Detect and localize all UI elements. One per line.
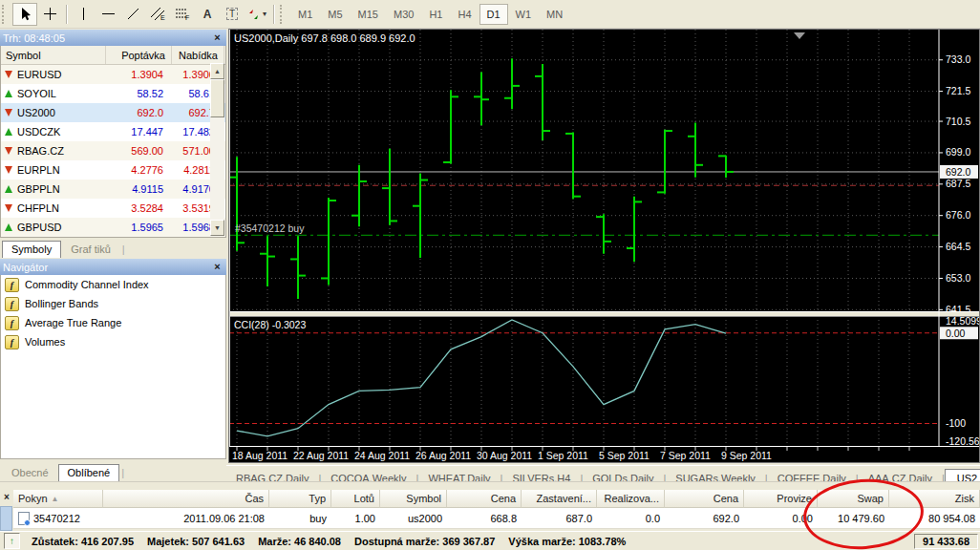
timeframe-m30-button[interactable]: M30 xyxy=(386,4,421,25)
scrollbar-thumb[interactable] xyxy=(210,79,224,117)
indicator-name: Bollinger Bands xyxy=(25,298,98,309)
terminal-column-symbol[interactable]: Symbol xyxy=(380,490,447,508)
scroll-down-icon[interactable]: ▼ xyxy=(210,220,224,236)
symbol-row-chfpln[interactable]: CHFPLN3.52843.5319 xyxy=(1,199,225,218)
terminal-column-zastaven[interactable]: Zastavení... xyxy=(522,490,597,508)
column-ask[interactable]: Nabídka xyxy=(172,46,224,64)
timeframe-h1-button[interactable]: H1 xyxy=(421,4,450,25)
toolbar-drag-handle[interactable] xyxy=(2,5,9,24)
order-cell-as: 2011.09.06 21:08 xyxy=(103,508,269,528)
timeframe-mn-button[interactable]: MN xyxy=(539,4,570,25)
symbol-row-usdczk[interactable]: USDCZK17.44717.482 xyxy=(1,122,225,141)
indicator-icon: f xyxy=(5,335,19,349)
svg-text:721.5: 721.5 xyxy=(946,85,970,96)
close-icon[interactable]: × xyxy=(1,491,12,502)
symbol-name: GBPPLN xyxy=(17,183,60,195)
order-cell-zisk: 80 954.08 xyxy=(889,508,980,528)
market-watch-titlebar[interactable]: Trh: 08:48:05 × xyxy=(0,30,226,46)
timeframe-d1-button[interactable]: D1 xyxy=(479,4,508,25)
down-arrow-icon xyxy=(5,204,12,212)
drawing-tools-group: EFAT▾ xyxy=(12,3,269,26)
fibonacci-tool-button[interactable]: F xyxy=(170,3,195,26)
symbol-cell: RBAG.CZ xyxy=(1,145,104,157)
symbol-row-soyoil[interactable]: SOYOIL58.5258.61 xyxy=(1,84,225,103)
down-arrow-icon xyxy=(5,166,12,174)
terminal-column-typ[interactable]: Typ xyxy=(269,490,331,508)
symbol-cell: CHFPLN xyxy=(1,202,104,214)
order-row[interactable]: 354702122011.09.06 21:08buy1.00us2000668… xyxy=(13,508,980,529)
navigator-item-commodity-channel-index[interactable]: fCommodity Channel Index xyxy=(1,275,225,294)
timeframe-h4-button[interactable]: H4 xyxy=(450,4,479,25)
column-symbol[interactable]: Symbol xyxy=(1,46,106,64)
indicator-icon: f xyxy=(5,278,19,292)
symbol-list: EURUSD1.39041.3906SOYOIL58.5258.61US2000… xyxy=(1,65,225,237)
navigator-item-volumes[interactable]: fVolumes xyxy=(1,332,225,351)
market-watch-tab-1[interactable]: Symboly xyxy=(2,241,61,258)
navigator-item-average-true-range[interactable]: fAverage True Range xyxy=(1,313,225,332)
cci-level-label: -100 xyxy=(946,417,966,429)
close-icon[interactable]: × xyxy=(211,261,224,273)
timeframe-group: M1M5M15M30H1H4D1W1MN xyxy=(290,4,570,25)
timeframe-m15-button[interactable]: M15 xyxy=(351,4,386,25)
down-arrow-icon xyxy=(5,109,12,116)
navigator-tab-2[interactable]: Oblíbené xyxy=(58,464,120,481)
text-tool-button[interactable]: A xyxy=(195,3,220,26)
terminal-column-swap[interactable]: Swap xyxy=(818,490,889,508)
terminal-column-lot[interactable]: Lotů xyxy=(331,490,380,508)
crosshair-tool-button[interactable] xyxy=(37,3,62,26)
up-arrow-icon xyxy=(5,185,12,193)
current-price-tag: 692.0 xyxy=(940,165,978,179)
crosshair-icon xyxy=(43,7,57,21)
terminal-side-strip xyxy=(0,506,12,531)
text-icon: A xyxy=(203,8,212,21)
fibonacci-icon: F xyxy=(175,7,191,21)
timeframe-m1-button[interactable]: M1 xyxy=(290,4,320,25)
top-toolbar: EFAT▾ M1M5M15M30H1H4D1W1MN xyxy=(0,0,980,29)
indicator-name: Commodity Channel Index xyxy=(25,279,149,290)
cursor-tool-button[interactable] xyxy=(12,3,37,26)
terminal-column-cena[interactable]: Cena xyxy=(447,490,522,508)
arrows-tool-button[interactable]: ▾ xyxy=(245,3,269,26)
terminal-column-realizova[interactable]: Realizova... xyxy=(597,490,665,508)
toolbar-separator xyxy=(273,5,274,24)
symbol-row-eurpln[interactable]: EURPLN4.27764.2811 xyxy=(1,160,225,180)
navigator-item-bollinger-bands[interactable]: fBollinger Bands xyxy=(1,294,225,313)
terminal-column-zisk[interactable]: Zisk xyxy=(889,490,980,508)
symbol-row-eurusd[interactable]: EURUSD1.39041.3906 xyxy=(1,65,225,84)
navigator-titlebar[interactable]: Navigátor × xyxy=(0,259,226,275)
equidistant-channel-tool-button[interactable]: E xyxy=(145,3,170,26)
terminal-column-cena[interactable]: Cena xyxy=(665,490,744,508)
symbol-row-us2000[interactable]: US2000692.0692.7 xyxy=(1,103,225,122)
order-cell-pokyn: 35470212 xyxy=(13,508,103,528)
terminal-column-as[interactable]: Čas xyxy=(103,490,269,508)
chart-title: US2000,Daily 697.8 698.0 689.9 692.0 xyxy=(234,32,415,44)
bid-value: 692.0 xyxy=(104,107,169,118)
symbol-name: EURPLN xyxy=(17,164,60,176)
price-chart[interactable]: 733.0721.5710.5699.0687.5676.0664.5653.0… xyxy=(229,30,979,462)
column-bid[interactable]: Poptávka xyxy=(106,46,172,64)
timeframe-drag-handle[interactable] xyxy=(280,5,287,24)
terminal-column-pokyn[interactable]: Pokyn▲ xyxy=(13,490,103,508)
trendline-tool-button[interactable] xyxy=(120,3,145,26)
pane-separator[interactable] xyxy=(229,311,979,317)
vertical-line-tool-button[interactable] xyxy=(71,3,96,26)
terminal-column-provize[interactable]: Provize xyxy=(744,490,818,508)
market-watch-scrollbar[interactable]: ▲ ▼ xyxy=(210,63,224,236)
timeframe-m5-button[interactable]: M5 xyxy=(320,4,350,25)
symbol-row-rbag.cz[interactable]: RBAG.CZ569.00571.00 xyxy=(1,141,225,160)
symbol-row-gbpusd[interactable]: GBPUSD1.59651.5968 xyxy=(1,218,225,237)
horizontal-line-tool-button[interactable] xyxy=(96,3,120,26)
scroll-up-icon[interactable]: ▲ xyxy=(210,63,224,79)
chart-window[interactable]: 733.0721.5710.5699.0687.5676.0664.5653.0… xyxy=(228,29,980,463)
timeframe-w1-button[interactable]: W1 xyxy=(508,4,540,25)
symbol-row-gbppln[interactable]: GBPPLN4.91154.9170 xyxy=(1,180,225,199)
date-label: 30 Aug 2011 xyxy=(477,450,532,461)
navigator-tab-1[interactable]: Obecné xyxy=(2,464,58,481)
market-watch-tab-2[interactable]: Graf tiků xyxy=(61,241,120,258)
date-label: 26 Aug 2011 xyxy=(415,450,471,461)
svg-text:692.0: 692.0 xyxy=(946,166,970,178)
close-icon[interactable]: × xyxy=(211,32,224,44)
market-watch-header: Symbol Poptávka Nabídka xyxy=(1,46,225,65)
status-segment: Marže: 46 840.08 xyxy=(258,536,341,547)
text-label-tool-button[interactable]: T xyxy=(220,3,245,26)
